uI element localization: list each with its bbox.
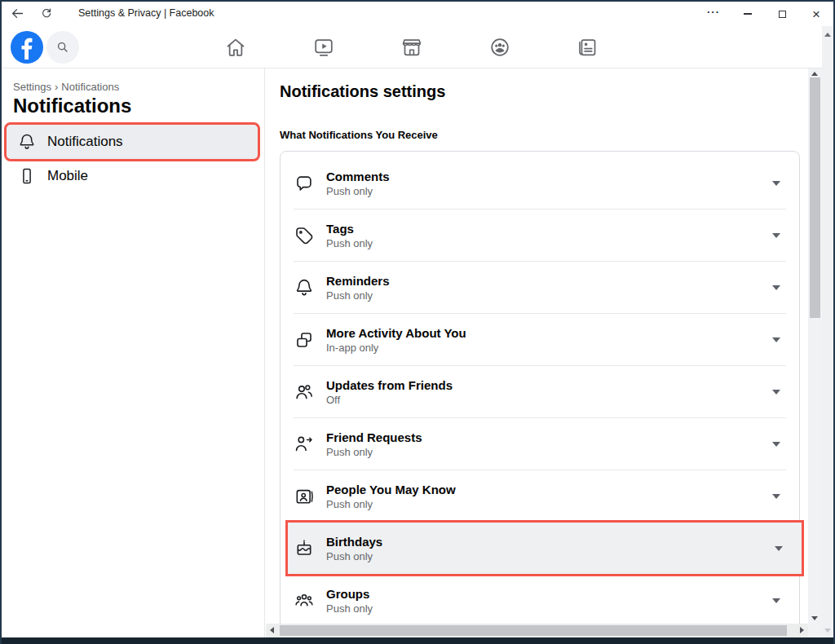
- watch-icon: [312, 36, 335, 59]
- notification-row-friend-requests[interactable]: Friend Requests Push only: [281, 418, 799, 470]
- marketplace-icon: [400, 36, 423, 59]
- maximize-icon: [779, 11, 786, 18]
- breadcrumb-separator: ›: [55, 81, 58, 93]
- row-subtitle: Push only: [326, 549, 382, 563]
- sidebar-item-label: Notifications: [47, 134, 123, 150]
- expand-dropdown-button[interactable]: [767, 591, 786, 611]
- content-scrollbar-thumb[interactable]: [810, 77, 820, 318]
- row-text: Groups Push only: [326, 586, 373, 615]
- refresh-button[interactable]: [34, 1, 59, 25]
- scroll-left-arrow-icon[interactable]: [270, 627, 274, 633]
- chevron-down-icon: [772, 337, 780, 342]
- scroll-up-arrow-icon[interactable]: [811, 72, 818, 76]
- notification-row-reminders[interactable]: Reminders Push only: [281, 262, 799, 313]
- window-scroll-down-arrow-icon[interactable]: [824, 629, 831, 633]
- row-title: Comments: [326, 169, 390, 184]
- bell-icon: [17, 132, 37, 152]
- expand-dropdown-button[interactable]: [767, 174, 786, 193]
- expand-dropdown-button[interactable]: [767, 278, 786, 298]
- nav-item-watch[interactable]: [312, 36, 335, 59]
- refresh-icon: [40, 7, 53, 20]
- tag-icon: [294, 225, 315, 246]
- row-title: People You May Know: [326, 482, 456, 497]
- chevron-down-icon: [772, 442, 780, 447]
- nav-item-groups[interactable]: [488, 36, 511, 59]
- notification-row-groups[interactable]: Groups Push only: [281, 575, 799, 624]
- breadcrumb-settings-link[interactable]: Settings: [13, 81, 51, 93]
- minimize-icon: [744, 13, 752, 14]
- page-title: Notifications settings: [280, 82, 808, 101]
- scroll-right-arrow-icon[interactable]: [800, 627, 804, 633]
- horizontal-scrollbar-thumb[interactable]: [280, 625, 787, 636]
- expand-dropdown-button[interactable]: [767, 330, 786, 350]
- more-options-button[interactable]: ···: [696, 2, 731, 26]
- row-subtitle: In-app only: [326, 341, 466, 355]
- scroll-down-arrow-icon[interactable]: [811, 616, 818, 620]
- window-vertical-scrollbar[interactable]: [822, 26, 833, 637]
- sidebar-item-notifications[interactable]: Notifications: [7, 125, 258, 159]
- reminder-bell-icon: [294, 277, 315, 298]
- row-text: People You May Know Push only: [326, 482, 456, 511]
- expand-dropdown-button[interactable]: [767, 226, 786, 245]
- row-subtitle: Push only: [326, 184, 390, 198]
- notification-row-birthdays[interactable]: Birthdays Push only: [288, 523, 802, 574]
- scrollbar-corner: [808, 624, 822, 637]
- sidebar-item-label: Mobile: [47, 168, 88, 184]
- window-border-left: [0, 0, 2, 644]
- window-bottom-edge: [0, 637, 835, 644]
- content-vertical-scrollbar[interactable]: [808, 68, 822, 624]
- news-icon: [577, 36, 599, 59]
- chevron-down-icon: [772, 181, 780, 186]
- nav-item-marketplace[interactable]: [400, 36, 423, 59]
- nav-item-home[interactable]: [224, 36, 247, 59]
- expand-dropdown-button[interactable]: [769, 539, 789, 558]
- chevron-down-icon: [772, 390, 780, 395]
- row-title: Tags: [326, 221, 373, 236]
- back-arrow-icon: [10, 6, 25, 21]
- chevron-down-icon: [772, 285, 780, 290]
- close-button[interactable]: ×: [799, 2, 833, 26]
- row-title: More Activity About You: [326, 325, 466, 341]
- notification-row-updates-from-friends[interactable]: Updates from Friends Off: [281, 366, 799, 417]
- comment-icon: [294, 173, 315, 194]
- notification-row-comments[interactable]: Comments Push only: [281, 157, 799, 209]
- nav-item-news[interactable]: [577, 36, 599, 59]
- main-nav: [224, 26, 599, 68]
- expand-dropdown-button[interactable]: [767, 382, 786, 402]
- expand-dropdown-button[interactable]: [767, 487, 786, 506]
- notification-row-tags[interactable]: Tags Push only: [281, 210, 799, 261]
- minimize-button[interactable]: [731, 2, 765, 26]
- row-title: Updates from Friends: [326, 377, 453, 393]
- window-controls: ··· ×: [696, 2, 833, 26]
- row-text: Friend Requests Push only: [326, 430, 422, 459]
- people-card-icon: [294, 486, 315, 507]
- settings-sidebar: Settings›Notifications Notifications Not…: [0, 68, 265, 637]
- notification-row-people-you-may-know[interactable]: People You May Know Push only: [281, 470, 799, 522]
- row-text: Comments Push only: [326, 169, 390, 198]
- section-title: What Notifications You Receive: [280, 129, 808, 141]
- chevron-down-icon: [772, 494, 780, 499]
- back-button[interactable]: [5, 1, 29, 25]
- row-subtitle: Push only: [326, 289, 390, 302]
- notification-row-more-activity-about-you[interactable]: More Activity About You In-app only: [281, 314, 799, 365]
- title-bar: Settings & Privacy | Facebook ··· ×: [0, 0, 835, 26]
- facebook-logo[interactable]: [11, 31, 43, 64]
- row-subtitle: Push only: [326, 602, 373, 615]
- facebook-header: [0, 26, 835, 68]
- row-text: More Activity About You In-app only: [326, 325, 466, 355]
- sidebar-menu: Notifications Mobile: [7, 125, 258, 193]
- search-button[interactable]: [46, 31, 79, 64]
- activity-icon: [294, 329, 315, 351]
- window-scroll-up-arrow-icon[interactable]: [824, 33, 831, 37]
- main-content: Notifications settings What Notification…: [266, 68, 808, 624]
- facebook-f-icon: [11, 31, 43, 64]
- search-icon: [55, 40, 70, 55]
- maximize-button[interactable]: [765, 2, 799, 26]
- row-title: Groups: [326, 586, 373, 602]
- horizontal-scrollbar[interactable]: [266, 624, 808, 637]
- row-subtitle: Off: [326, 393, 453, 407]
- expand-dropdown-button[interactable]: [767, 434, 786, 454]
- sidebar-item-mobile[interactable]: Mobile: [7, 159, 258, 193]
- row-text: Updates from Friends Off: [326, 377, 453, 407]
- chevron-down-icon: [772, 233, 780, 238]
